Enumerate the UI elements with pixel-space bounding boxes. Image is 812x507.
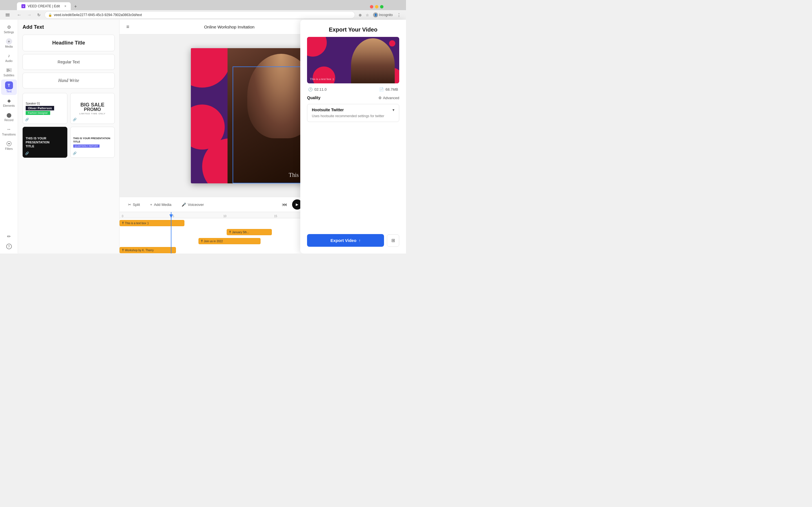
elements-label: Elements xyxy=(3,104,15,107)
track-icon-4: T xyxy=(122,249,124,252)
new-tab-button[interactable]: + xyxy=(71,3,80,10)
timeline-playhead[interactable] xyxy=(171,212,171,253)
pres-dark-text: THIS IS YOUR PRESENTATION TITLE xyxy=(26,136,50,149)
profile-button[interactable]: 👤 Incognito xyxy=(371,11,394,18)
sidebar-item-transitions[interactable]: ↔ Transitions xyxy=(1,124,17,138)
regular-label: Regular Text xyxy=(57,60,80,64)
add-media-button[interactable]: + Add Media xyxy=(147,201,174,209)
split-label: Split xyxy=(133,203,140,207)
voiceover-button[interactable]: 🎤 Voiceover xyxy=(179,201,207,209)
record-label: Record xyxy=(4,119,13,122)
speaker-template[interactable]: Speaker 01 Oliver Patterson Fashion Desi… xyxy=(22,93,67,124)
skip-back-button[interactable]: ⏮ xyxy=(282,202,287,208)
address-bar[interactable]: 🔒 veed.io/edit/0e4e2277-6f45-45c3-9294-7… xyxy=(45,11,355,18)
draw-icon: ✏ xyxy=(7,234,11,239)
headline-title-style[interactable]: Headline Title xyxy=(22,35,115,51)
media-icon: + xyxy=(6,38,12,45)
sale-line1: BIG SALE xyxy=(80,102,104,107)
sidebar-item-record[interactable]: ⬤ Record xyxy=(1,110,17,124)
track-icon-3: T xyxy=(201,240,203,243)
browser-chrome: V VEED CREATE | Edit × + ← → ↻ 🔒 xyxy=(0,0,406,20)
text-label: Text xyxy=(6,90,11,93)
export-overlay: Export Your Video This is a text box :) … xyxy=(300,20,406,253)
browser-tab[interactable]: V VEED CREATE | Edit × xyxy=(17,2,71,10)
audio-label: Audio xyxy=(5,59,13,62)
voiceover-icon: 🎤 xyxy=(182,203,186,207)
export-preview-person xyxy=(351,38,395,83)
sidebar-item-filters[interactable]: Filters xyxy=(1,138,17,152)
export-meta-row: 🕐 02:11.0 📄 68.7MB xyxy=(307,87,399,92)
sidebar-item-help[interactable]: ? xyxy=(1,242,17,251)
subtitles-label: Subtitles xyxy=(3,74,14,77)
export-alt-button[interactable]: ⊞ xyxy=(387,234,399,247)
panel-title: Add Text xyxy=(22,24,115,30)
sale-line2: PROMO xyxy=(84,107,101,112)
split-icon: ✂ xyxy=(128,203,131,207)
extensions-button[interactable]: ⊕ xyxy=(357,12,363,18)
sidebar-item-draw[interactable]: ✏ xyxy=(1,232,17,241)
export-video-label: Export Video xyxy=(331,238,356,243)
sidebar-item-subtitles[interactable]: Subtitles xyxy=(1,65,17,79)
track-clip-3[interactable]: T Join us in 2022 xyxy=(199,238,260,244)
help-icon: ? xyxy=(6,244,12,249)
sidebar-item-text[interactable]: T Text xyxy=(1,79,17,95)
handwrite-style[interactable]: Hand Write xyxy=(22,73,115,89)
back-button[interactable]: ← xyxy=(15,12,23,18)
ruler-mark-10: 10 xyxy=(223,215,226,218)
ruler-mark-5: 5 xyxy=(172,215,174,218)
sale-sub: LIMITED TIME ONLY xyxy=(79,112,105,115)
refresh-button[interactable]: ↻ xyxy=(36,12,42,18)
duration-value: 02:11.0 xyxy=(314,87,326,92)
link-icon-2: 🔗 xyxy=(73,118,77,121)
platform-name: Hootsuite Twitter xyxy=(312,108,344,112)
export-title: Export Your Video xyxy=(307,26,399,33)
clock-icon: 🕐 xyxy=(308,87,313,92)
elements-icon: ◆ xyxy=(6,98,12,104)
link-icon-4: 🔗 xyxy=(73,152,77,155)
export-actions: Export Video ↑ ⊞ xyxy=(307,234,399,247)
export-preview-tl-circle xyxy=(307,37,327,57)
handwrite-label: Hand Write xyxy=(58,78,79,83)
sidebar-item-elements[interactable]: ◆ Elements xyxy=(1,96,17,109)
pres-light-template[interactable]: THIS IS YOUR PRESENTATION TITLE QUARTERL… xyxy=(70,127,115,158)
platform-name-row: Hootsuite Twitter ▾ xyxy=(312,108,395,112)
settings-label: Settings xyxy=(4,31,14,34)
advanced-button[interactable]: ⚙ Advanced xyxy=(378,96,399,100)
media-label: Media xyxy=(5,45,13,48)
toolbar-actions: ⊕ ☆ 👤 Incognito ⋮ xyxy=(357,11,403,18)
track-label-4: Workshop by K. Therry xyxy=(125,249,154,252)
lock-icon: 🔒 xyxy=(48,13,52,17)
svg-rect-2 xyxy=(7,70,10,71)
regular-text-style[interactable]: Regular Text xyxy=(22,54,115,70)
browser-toolbar: ← → ↻ 🔒 veed.io/edit/0e4e2277-6f45-45c3-… xyxy=(0,10,406,20)
tab-close-icon[interactable]: × xyxy=(64,4,66,8)
text-templates-grid: Speaker 01 Oliver Patterson Fashion Desi… xyxy=(22,93,115,158)
track-clip-2[interactable]: T January 5th... xyxy=(227,229,272,235)
split-button[interactable]: ✂ Split xyxy=(125,201,143,209)
filters-icon xyxy=(6,140,12,147)
bookmark-button[interactable]: ☆ xyxy=(364,12,370,18)
window-menu-icon xyxy=(6,13,10,17)
export-video-button[interactable]: Export Video ↑ xyxy=(307,234,384,247)
export-duration: 🕐 02:11.0 xyxy=(308,87,326,92)
window-controls xyxy=(370,5,384,10)
pres-light-sub: QUARTERLY REPORT xyxy=(73,145,100,148)
forward-button[interactable]: → xyxy=(26,12,33,18)
menu-button[interactable]: ⋮ xyxy=(395,11,403,18)
sidebar-item-settings[interactable]: ⚙ Settings xyxy=(1,22,17,36)
svg-rect-3 xyxy=(7,71,8,72)
transitions-label: Transitions xyxy=(2,133,16,136)
hamburger-button[interactable]: ≡ xyxy=(125,23,131,31)
track-clip-4[interactable]: T Workshop by K. Therry xyxy=(119,247,176,253)
file-icon: 📄 xyxy=(379,87,384,92)
platform-selector[interactable]: Hootsuite Twitter ▾ Uses hootsuite recom… xyxy=(307,104,399,122)
sidebar-item-media[interactable]: + Media xyxy=(1,36,17,50)
sidebar-item-audio[interactable]: ♪ Audio xyxy=(1,51,17,64)
browser-tabs: V VEED CREATE | Edit × + xyxy=(0,0,406,10)
big-sale-template[interactable]: BIG SALE PROMO LIMITED TIME ONLY 🔗 xyxy=(70,93,115,124)
track-clip-1[interactable]: T This is a text box :) xyxy=(119,220,185,226)
add-media-icon: + xyxy=(150,203,152,207)
pres-dark-template[interactable]: THIS IS YOUR PRESENTATION TITLE 🔗 xyxy=(22,127,67,158)
ruler-mark-15: 15 xyxy=(274,215,277,218)
record-icon: ⬤ xyxy=(6,112,12,118)
